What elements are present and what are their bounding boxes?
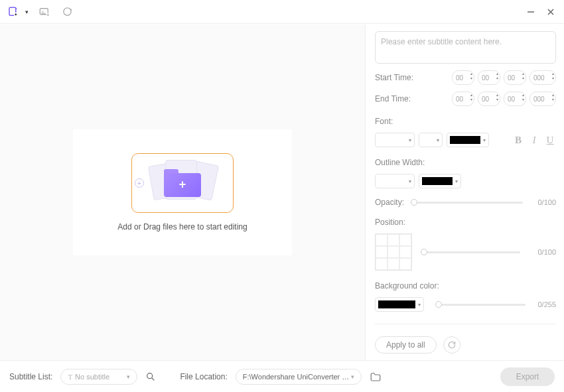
browse-folder-button[interactable] (370, 371, 382, 382)
search-icon (145, 371, 156, 382)
folder-icon (370, 371, 382, 382)
start-ss-input[interactable]: 00▴▾ (504, 70, 526, 85)
start-time-label: Start Time: (375, 73, 416, 82)
search-button[interactable] (145, 371, 156, 382)
outline-color-select[interactable]: ▾ (419, 174, 461, 188)
opacity-label: Opacity: (375, 198, 404, 207)
opacity-slider[interactable] (411, 202, 523, 204)
svg-point-4 (63, 8, 70, 15)
pos-br[interactable] (399, 258, 411, 270)
end-mm-input[interactable]: 00▴▾ (478, 92, 500, 106)
bgcolor-swatch (378, 300, 415, 308)
outline-width-select[interactable]: ▾ (375, 174, 415, 188)
titlebar: ▾ (0, 0, 564, 24)
outline-label: Outline Width: (375, 158, 556, 167)
bgcolor-label: Background color: (375, 281, 556, 291)
text-icon: T (68, 373, 72, 381)
font-family-select[interactable]: ▾ (375, 133, 415, 147)
font-color-swatch (450, 136, 480, 144)
file-location-label: File Location: (180, 372, 227, 381)
divider (375, 324, 556, 324)
add-files-dropzone[interactable]: + + (131, 153, 234, 213)
position-value: 0/100 (529, 248, 556, 256)
chevron-down-icon: ▾ (470, 76, 472, 81)
subtitle-list-select[interactable]: T No subtitle ▾ (60, 369, 137, 385)
export-button[interactable]: Export (500, 367, 555, 386)
position-slider[interactable] (421, 251, 520, 253)
dropzone-card: + + Add or Drag files here to start edit… (73, 129, 292, 255)
font-label: Font: (375, 117, 556, 126)
end-ms-input[interactable]: 000▴▾ (529, 92, 556, 106)
file-location-select[interactable]: F:\Wondershare UniConverter 13\SubEdi ▾ (236, 369, 362, 385)
pos-bl[interactable] (376, 258, 388, 270)
pos-mr[interactable] (399, 246, 411, 258)
footer: Subtitle List: T No subtitle ▾ File Loca… (0, 360, 564, 392)
subtitle-list-label: Subtitle List: (9, 372, 52, 381)
preview-area: + + Add or Drag files here to start edit… (0, 25, 365, 360)
pos-tr[interactable] (399, 234, 411, 246)
font-size-select[interactable]: ▾ (419, 133, 443, 147)
plus-badge-icon: + (135, 178, 144, 188)
dropzone-text: Add or Drag files here to start editing (117, 222, 247, 231)
bgcolor-select[interactable]: ▾ (375, 297, 424, 312)
end-ss-input[interactable]: 00▴▾ (504, 92, 526, 106)
end-hh-input[interactable]: 00▴▾ (452, 92, 474, 106)
end-time-label: End Time: (375, 94, 416, 103)
outline-color-swatch (422, 177, 453, 185)
folder-icon: + (164, 169, 201, 197)
bgcolor-slider[interactable] (436, 304, 526, 306)
subtitle-panel: Start Time: 00▴▾ 00▴▾ 00▴▾ 000▴▾ End Tim… (365, 25, 564, 360)
underline-button[interactable]: U (544, 133, 556, 147)
italic-button[interactable]: I (528, 133, 540, 147)
subtitle-content-input[interactable] (375, 31, 556, 64)
position-label: Position: (375, 218, 556, 227)
add-file-dropdown-icon[interactable]: ▾ (25, 9, 29, 15)
add-file-icon[interactable] (7, 5, 20, 19)
minimize-icon[interactable] (524, 5, 537, 19)
pos-ml[interactable] (376, 246, 388, 258)
pos-bc[interactable] (388, 258, 399, 270)
close-icon[interactable] (544, 5, 557, 19)
font-color-select[interactable]: ▾ (447, 133, 489, 147)
start-ms-input[interactable]: 000▴▾ (529, 70, 556, 85)
reset-button[interactable] (443, 336, 460, 354)
start-mm-input[interactable]: 00▴▾ (478, 70, 500, 85)
chevron-down-icon: ▾ (127, 373, 130, 380)
pos-tc[interactable] (388, 234, 399, 246)
bgcolor-value: 0/255 (529, 300, 556, 308)
reset-icon (447, 340, 457, 350)
refresh-icon[interactable] (60, 5, 74, 19)
chevron-down-icon: ▾ (351, 373, 354, 380)
chevron-up-icon: ▴ (470, 72, 472, 76)
add-subtitle-icon[interactable] (38, 5, 51, 19)
apply-to-all-button[interactable]: Apply to all (375, 336, 437, 354)
svg-point-5 (147, 373, 153, 378)
pos-mc[interactable] (388, 246, 399, 258)
opacity-value: 0/100 (529, 198, 556, 206)
position-grid[interactable] (375, 233, 412, 271)
bold-button[interactable]: B (512, 133, 524, 147)
start-hh-input[interactable]: 00▴▾ (452, 70, 474, 85)
pos-tl[interactable] (376, 234, 388, 246)
